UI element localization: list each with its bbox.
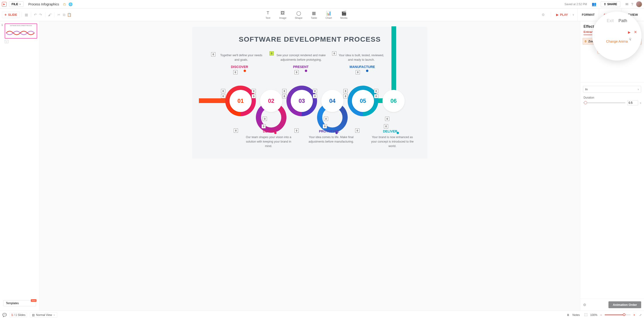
anim-marker[interactable]: 0 [282, 89, 286, 93]
anim-marker[interactable]: 0 [313, 89, 317, 93]
templates-button[interactable]: Templates New [3, 300, 36, 306]
slide-thumbnail[interactable]: SOFTWARE DEVELOPMENT PROCESS [5, 23, 37, 38]
present-desc[interactable]: See your concept rendered and make adjus… [275, 53, 327, 62]
zoom-in-icon[interactable]: + [634, 313, 635, 317]
insert-shape-button[interactable]: ◯ Shape [295, 10, 302, 19]
manufacture-label[interactable]: MANUFACTURE [350, 65, 375, 69]
duration-input[interactable] [627, 100, 638, 105]
folder-icon[interactable]: 🗀 [63, 2, 66, 6]
anim-marker[interactable]: 0 [374, 94, 378, 98]
page-indicator[interactable]: 1 / 1 Slides [10, 313, 27, 317]
insert-text-button[interactable]: T Text [265, 10, 271, 19]
insert-image-button[interactable]: 🖼 Image [279, 10, 286, 19]
collaborators-icon[interactable]: 👥 [592, 2, 596, 6]
animation-order-button[interactable]: Animation Order [608, 301, 641, 308]
deliver-desc[interactable]: Your brand is now enhanced as your conce… [369, 135, 416, 148]
magnified-play-icon[interactable]: ▶ [628, 30, 630, 34]
anim-marker[interactable]: 0 [324, 117, 328, 121]
step-num-03[interactable]: 03 [291, 90, 313, 112]
discover-desc[interactable]: Together we'll define your needs and goa… [218, 53, 265, 62]
anim-marker[interactable]: 0 [221, 89, 225, 93]
manufacture-desc[interactable]: Your idea is built, tested, reviewed, an… [338, 53, 385, 62]
step-num-02[interactable]: 02 [260, 90, 282, 112]
step-num-06[interactable]: 06 [382, 90, 404, 112]
anim-marker[interactable]: 0 [252, 94, 256, 98]
anim-marker[interactable]: 0 [252, 89, 256, 93]
insert-media-button[interactable]: 🎬 Media [340, 10, 348, 19]
prototype-label[interactable]: PROTOTYPE [319, 129, 339, 133]
insert-table-button[interactable]: ▦ Table [311, 10, 317, 19]
view-selector[interactable]: ▤ Normal View ∨ [30, 313, 57, 318]
anim-marker[interactable]: 0 [374, 89, 378, 93]
magnified-close-icon[interactable]: ✕ [634, 30, 637, 34]
anim-marker[interactable]: 0 [294, 70, 299, 74]
anim-marker[interactable]: 0 [344, 89, 348, 93]
saved-status: Saved at 2:52 PM [564, 2, 587, 6]
anim-marker[interactable]: 0 [385, 117, 389, 121]
settings-gear-icon[interactable]: ⚙ [540, 12, 546, 17]
discover-label[interactable]: DISCOVER [231, 65, 248, 69]
anim-marker[interactable]: 0 [384, 124, 388, 128]
undo-icon[interactable]: ↶ [33, 12, 38, 17]
tab-format[interactable]: FORMAT [578, 8, 599, 21]
anim-marker[interactable]: 0 [356, 70, 360, 74]
new-slide-button[interactable]: + SLIDE [2, 11, 20, 18]
zoom-out-icon[interactable]: − [600, 313, 602, 317]
anim-marker[interactable]: 0 [233, 70, 238, 74]
play-button[interactable]: ▶ PLAY ∨ [556, 13, 574, 16]
anim-marker[interactable]: 0 [234, 128, 238, 133]
anim-marker[interactable]: 0 [344, 94, 348, 98]
anim-marker[interactable]: 0 [313, 94, 317, 98]
document-title[interactable]: Process Infographics [28, 2, 59, 6]
zoom-knob[interactable] [623, 313, 626, 316]
anim-marker[interactable]: 0 [355, 128, 360, 133]
present-label[interactable]: PRESENT [293, 65, 308, 69]
design-desc[interactable]: Our team shapes your vision into a solut… [245, 135, 292, 148]
play-dropdown-icon[interactable]: ∨ [570, 13, 574, 16]
notes-label[interactable]: Notes [572, 313, 580, 317]
file-menu-button[interactable]: FILE ∨ [9, 1, 24, 7]
fit-icon[interactable]: ⛶ [584, 313, 587, 317]
anim-marker[interactable]: 0 [294, 128, 299, 133]
anim-marker-selected[interactable]: 0 [270, 51, 274, 55]
play-icon: ▶ [556, 13, 558, 16]
insert-chart-button[interactable]: 📊 Chart [326, 10, 332, 19]
slider-knob[interactable] [584, 101, 587, 104]
slide-canvas[interactable]: SOFTWARE DEVELOPMENT PROCESS 0 Together … [192, 27, 427, 159]
layout-icon[interactable]: ▦ [24, 12, 29, 17]
anim-marker[interactable]: 0 [263, 117, 267, 121]
redo-icon[interactable]: ↷ [38, 12, 43, 17]
help-icon[interactable]: ? [631, 2, 633, 6]
user-avatar[interactable] [636, 1, 642, 7]
step-num-01[interactable]: 01 [230, 90, 252, 112]
notes-icon[interactable]: 🗎 [567, 313, 570, 317]
anim-marker[interactable]: 0 [323, 124, 327, 128]
comments-icon[interactable]: 💬 [2, 313, 7, 317]
duration-slider[interactable] [583, 102, 626, 103]
panel-settings-icon[interactable]: ⚙ [583, 303, 586, 307]
step-num-04[interactable]: 04 [321, 90, 344, 112]
deliver-label[interactable]: DELIVER [383, 129, 397, 133]
globe-icon[interactable]: 🌐 [68, 2, 72, 6]
anim-marker[interactable]: 0 [211, 52, 215, 56]
direction-select[interactable]: In ∨ [583, 86, 641, 93]
cut-icon[interactable]: ✂ [56, 12, 62, 17]
thumbnail-transition-icon[interactable]: ▭ [5, 40, 8, 43]
step-num-05[interactable]: 05 [352, 90, 374, 112]
format-painter-icon[interactable]: 🖌 [47, 12, 52, 17]
anim-marker[interactable]: 0 [262, 124, 266, 128]
chevron-down-icon: ∨ [638, 88, 639, 91]
share-button[interactable]: ⇪ SHARE [601, 1, 620, 7]
magnified-change-anim: Change Anima [606, 39, 628, 43]
anim-marker[interactable]: 0 [282, 94, 286, 98]
design-label[interactable]: DESIGN [263, 129, 276, 133]
anim-marker[interactable]: 0 [221, 94, 225, 98]
zoom-slider[interactable] [605, 315, 630, 315]
paste-icon[interactable]: 📋 [67, 12, 72, 17]
app-logo-icon[interactable]: ▶ [2, 2, 6, 6]
copy-icon[interactable]: ⧉ [62, 12, 67, 17]
fullscreen-icon[interactable]: ⤢ [639, 313, 642, 317]
prototype-desc[interactable]: Your idea comes to life. Make final adju… [308, 135, 355, 144]
anim-marker[interactable]: 0 [332, 51, 336, 55]
mail-icon[interactable]: ✉ [626, 2, 628, 6]
